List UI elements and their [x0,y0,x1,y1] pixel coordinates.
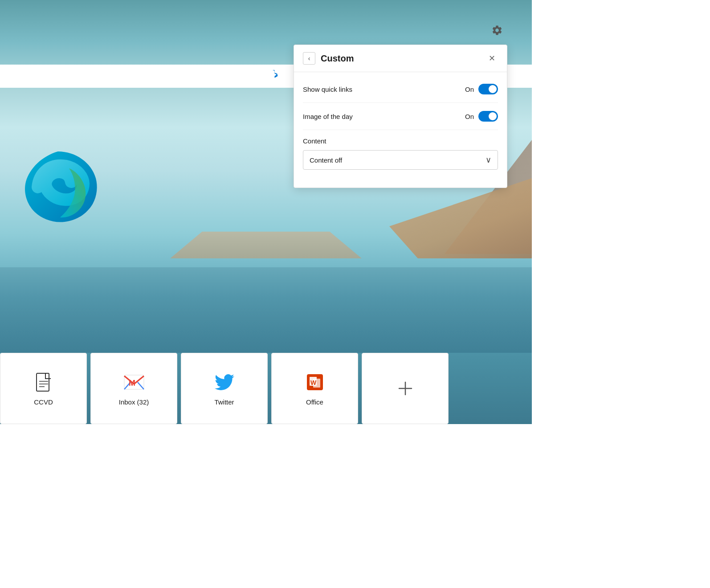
close-icon: ✕ [489,53,495,63]
show-quick-links-row: Show quick links On [303,76,498,103]
quick-link-add[interactable] [362,353,449,424]
back-icon: ‹ [308,55,310,62]
add-icon [395,378,416,399]
ccvd-icon [33,372,54,393]
water-overlay [0,267,532,353]
panel-body: Show quick links On Image of the day On [294,72,507,188]
inbox-label: Inbox (32) [119,398,149,406]
quick-links-bar: CCVD M Inbox (32) Twitter [0,353,532,424]
quick-link-office[interactable]: W Office [271,353,358,424]
back-button[interactable]: ‹ [303,52,315,65]
svg-rect-0 [37,373,49,391]
gmail-icon: M [123,372,145,393]
chevron-down-icon: ∨ [486,155,491,165]
quick-link-inbox[interactable]: M Inbox (32) [90,353,177,424]
close-button[interactable]: ✕ [486,52,498,65]
quick-link-ccvd[interactable]: CCVD [0,353,87,424]
content-dropdown[interactable]: Content off ∨ [303,150,498,170]
content-label: Content [303,137,498,145]
show-quick-links-toggle[interactable] [478,84,498,94]
office-label: Office [306,398,323,406]
image-of-day-label: Image of the day [303,113,353,120]
show-quick-links-controls: On [465,84,498,94]
content-dropdown-value: Content off [310,156,342,164]
svg-text:M: M [129,379,135,388]
quick-link-twitter[interactable]: Twitter [181,353,268,424]
panel-header: ‹ Custom ✕ [294,45,507,72]
twitter-label: Twitter [214,398,234,406]
panel-title: Custom [321,53,480,64]
edge-logo [13,143,102,232]
content-section: Content Content off ∨ [303,130,498,177]
ccvd-label: CCVD [34,398,53,406]
toggle-slider [478,84,498,94]
show-quick-links-label: Show quick links [303,86,352,93]
gear-button[interactable] [489,22,505,38]
image-of-day-controls: On [465,111,498,122]
show-quick-links-value: On [465,86,474,93]
image-of-day-row: Image of the day On [303,103,498,130]
image-of-day-toggle[interactable] [478,111,498,122]
svg-text:W: W [310,379,317,386]
image-of-day-value: On [465,113,474,120]
bing-logo-icon [270,69,282,82]
office-icon: W [304,372,326,393]
toggle-slider-2 [478,111,498,122]
custom-panel: ‹ Custom ✕ Show quick links On Image of … [294,45,507,188]
twitter-icon [214,372,235,393]
